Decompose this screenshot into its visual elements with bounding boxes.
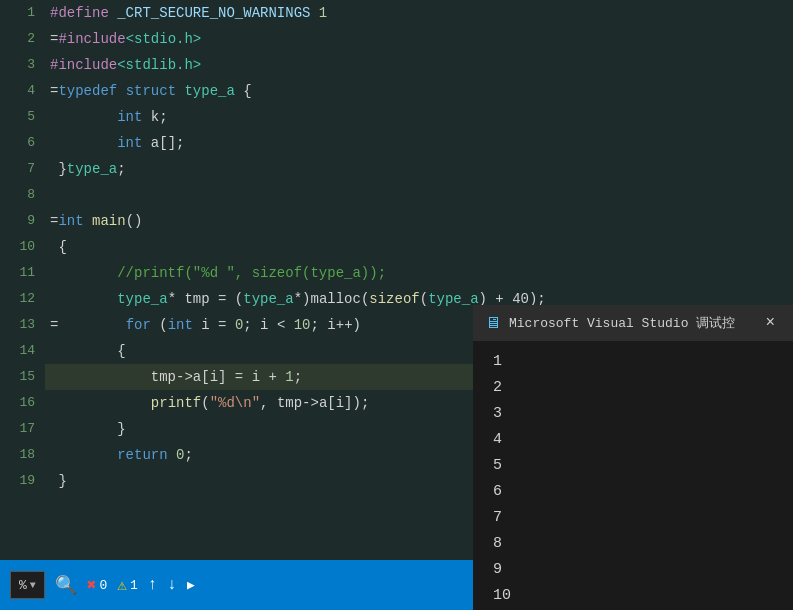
- console-output-9: 9: [493, 557, 773, 583]
- token: =: [50, 208, 58, 234]
- token: ;: [184, 442, 192, 468]
- token: * tmp = (: [168, 286, 244, 312]
- token: *)malloc(: [294, 286, 370, 312]
- error-icon: ✖: [87, 575, 97, 595]
- line-num-16: 16: [19, 390, 35, 416]
- token: main: [92, 208, 126, 234]
- line-num-13: 13: [19, 312, 35, 338]
- console-output-5: 5: [493, 453, 773, 479]
- token: [50, 104, 117, 130]
- token: (: [151, 312, 168, 338]
- line-num-2: 2: [27, 26, 35, 52]
- console-titlebar: 🖥 Microsoft Visual Studio 调试控 ×: [473, 305, 793, 341]
- token: {: [235, 78, 252, 104]
- token: 1: [285, 364, 293, 390]
- error-number: 0: [99, 578, 107, 593]
- token: [50, 390, 151, 416]
- token: //printf("%d ", sizeof(type_a));: [50, 260, 386, 286]
- token: 1: [310, 0, 327, 26]
- line-num-9: 9: [27, 208, 35, 234]
- line-num-14: 14: [19, 338, 35, 364]
- token: =: [50, 312, 126, 338]
- token: int: [168, 312, 193, 338]
- code-line-5: int k;: [45, 104, 793, 130]
- code-line-10: {: [45, 234, 793, 260]
- token: ;: [117, 156, 125, 182]
- token: <stdlib.h>: [117, 52, 201, 78]
- warning-icon: ⚠: [117, 575, 127, 595]
- line-num-6: 6: [27, 130, 35, 156]
- token: i =: [193, 312, 235, 338]
- token: (): [126, 208, 143, 234]
- warning-count[interactable]: ⚠ 1: [117, 575, 137, 595]
- search-icon[interactable]: 🔍: [55, 574, 77, 596]
- token: return: [117, 442, 167, 468]
- console-content: 1 2 3 4 5 6 7 8 9 10: [473, 341, 793, 610]
- console-title: Microsoft Visual Studio 调试控: [509, 314, 751, 332]
- code-line-2: =#include<stdio.h>: [45, 26, 793, 52]
- console-output-10: 10: [493, 583, 773, 609]
- console-output-6: 6: [493, 479, 773, 505]
- token: k;: [142, 104, 167, 130]
- token: printf: [151, 390, 201, 416]
- token: type_a: [67, 156, 117, 182]
- console-output-4: 4: [493, 427, 773, 453]
- token: 0: [176, 442, 184, 468]
- token: int: [117, 130, 142, 156]
- console-output-8: 8: [493, 531, 773, 557]
- token: ;: [294, 364, 302, 390]
- token: #include: [50, 52, 117, 78]
- token: (: [201, 390, 209, 416]
- token: =: [50, 26, 58, 52]
- token: [176, 78, 184, 104]
- token: type_a: [184, 78, 234, 104]
- token: _CRT_SECURE_NO_WARNINGS: [117, 0, 310, 26]
- console-close-button[interactable]: ×: [759, 312, 781, 334]
- nav-down-arrow[interactable]: ↓: [167, 576, 177, 594]
- line-num-5: 5: [27, 104, 35, 130]
- nav-right-arrow[interactable]: ▶: [187, 577, 195, 593]
- token: sizeof: [369, 286, 419, 312]
- console-output-7: 7: [493, 505, 773, 531]
- token: int: [117, 104, 142, 130]
- zoom-control[interactable]: % ▼: [10, 571, 45, 599]
- line-numbers: 1 2 3 4 5 6 7 8 9 10 11 12 13 14 15 16 1…: [0, 0, 45, 560]
- token: 0: [235, 312, 243, 338]
- line-num-3: 3: [27, 52, 35, 78]
- console-icon: 🖥: [485, 314, 501, 333]
- console-output-2: 2: [493, 375, 773, 401]
- line-num-8: 8: [27, 182, 35, 208]
- token: {: [50, 234, 67, 260]
- token: [50, 286, 117, 312]
- nav-up-arrow[interactable]: ↑: [148, 576, 158, 594]
- warning-number: 1: [130, 578, 138, 593]
- token: {: [50, 338, 126, 364]
- token: ; i <: [243, 312, 293, 338]
- token: [50, 442, 117, 468]
- code-line-6: int a[];: [45, 130, 793, 156]
- token: , tmp->a[i]);: [260, 390, 369, 416]
- token: #define: [50, 0, 117, 26]
- code-line-8: [45, 182, 793, 208]
- token: typedef: [58, 78, 117, 104]
- line-num-19: 19: [19, 468, 35, 494]
- console-window: 🖥 Microsoft Visual Studio 调试控 × 1 2 3 4 …: [473, 305, 793, 610]
- token: [168, 442, 176, 468]
- zoom-value: %: [19, 578, 27, 593]
- token: =: [50, 78, 58, 104]
- token: type_a: [117, 286, 167, 312]
- line-num-15: 15: [19, 364, 35, 390]
- line-num-7: 7: [27, 156, 35, 182]
- token: (: [420, 286, 428, 312]
- line-num-18: 18: [19, 442, 35, 468]
- code-line-1: #define _CRT_SECURE_NO_WARNINGS 1: [45, 0, 793, 26]
- token: [84, 208, 92, 234]
- token: int: [58, 208, 83, 234]
- token: }: [50, 416, 126, 442]
- line-num-17: 17: [19, 416, 35, 442]
- error-count[interactable]: ✖ 0: [87, 575, 107, 595]
- token: <stdio.h>: [126, 26, 202, 52]
- line-num-12: 12: [19, 286, 35, 312]
- token: [50, 130, 117, 156]
- token: 10: [294, 312, 311, 338]
